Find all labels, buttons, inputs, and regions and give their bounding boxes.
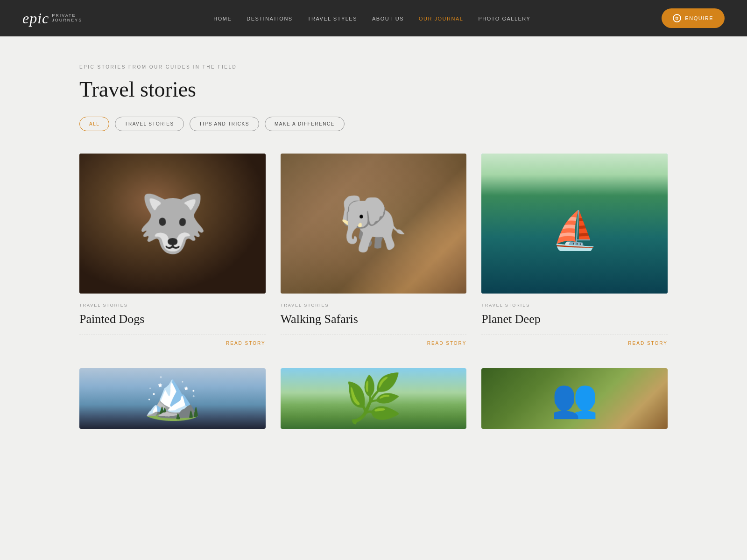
nav-link-about-us[interactable]: ABOUT US: [372, 16, 404, 21]
walking-safaris-image: [281, 154, 467, 294]
logo[interactable]: epic PRIVATE JOURNEYS: [22, 10, 82, 27]
nav-item-about-us[interactable]: ABOUT US: [372, 14, 404, 22]
nav-links: HOME DESTINATIONS TRAVEL STYLES ABOUT US…: [213, 14, 530, 22]
read-story-painted-dogs[interactable]: READ STORY: [79, 341, 266, 346]
filter-buttons: ALL TRAVEL STORIES TIPS AND TRICKS MAKE …: [79, 117, 668, 131]
nav-item-photo-gallery[interactable]: PHOTO GALLERY: [478, 14, 530, 22]
story-image-walking-safaris: [281, 154, 467, 294]
story-image-bottom-2: [281, 368, 467, 429]
nav-item-travel-styles[interactable]: TRAVEL STYLES: [308, 14, 357, 22]
story-image-planet-deep: [481, 154, 668, 294]
story-image-bottom-1: [79, 368, 266, 429]
story-card-painted-dogs[interactable]: TRAVEL STORIES Painted Dogs READ STORY: [79, 154, 266, 346]
nav-link-our-journal[interactable]: OUR JOURNAL: [419, 16, 463, 21]
filter-travel-stories[interactable]: TRAVEL STORIES: [115, 117, 183, 131]
story-divider-walking-safaris: [281, 335, 467, 335]
bottom-3-image: [481, 368, 668, 429]
story-card-walking-safaris[interactable]: TRAVEL STORIES Walking Safaris READ STOR…: [281, 154, 467, 346]
story-title-painted-dogs: Painted Dogs: [79, 312, 266, 326]
story-title-walking-safaris: Walking Safaris: [281, 312, 467, 326]
story-card-bottom-2[interactable]: [281, 368, 467, 438]
story-card-bottom-1[interactable]: [79, 368, 266, 438]
section-eyebrow: EPIC STORIES FROM OUR GUIDES IN THE FIEL…: [79, 64, 668, 70]
enquire-label: ENQUIRE: [685, 15, 713, 21]
filter-make-a-difference[interactable]: MAKE A DIFFERENCE: [265, 117, 345, 131]
story-image-bottom-3: [481, 368, 668, 429]
bottom-1-image: [79, 368, 266, 429]
painted-dogs-image: [79, 154, 266, 294]
story-category-walking-safaris: TRAVEL STORIES: [281, 303, 467, 308]
enquire-icon: ✿: [673, 14, 681, 22]
nav-link-travel-styles[interactable]: TRAVEL STYLES: [308, 16, 357, 21]
nav-link-photo-gallery[interactable]: PHOTO GALLERY: [478, 16, 530, 21]
story-category-painted-dogs: TRAVEL STORIES: [79, 303, 266, 308]
story-divider-painted-dogs: [79, 335, 266, 335]
read-story-walking-safaris[interactable]: READ STORY: [281, 341, 467, 346]
story-title-planet-deep: Planet Deep: [481, 312, 668, 326]
nav-item-destinations[interactable]: DESTINATIONS: [247, 14, 292, 22]
story-category-planet-deep: TRAVEL STORIES: [481, 303, 668, 308]
story-card-planet-deep[interactable]: TRAVEL STORIES Planet Deep READ STORY: [481, 154, 668, 346]
logo-epic-text: epic: [22, 10, 49, 27]
read-story-planet-deep[interactable]: READ STORY: [481, 341, 668, 346]
nav-item-home[interactable]: HOME: [213, 14, 232, 22]
stories-grid-bottom: [79, 368, 668, 438]
filter-all[interactable]: ALL: [79, 117, 109, 131]
filter-tips-and-tricks[interactable]: TIPS AND TRICKS: [190, 117, 259, 131]
enquire-button[interactable]: ✿ ENQUIRE: [662, 8, 725, 28]
nav-link-home[interactable]: HOME: [213, 16, 232, 21]
planet-deep-image: [481, 154, 668, 294]
nav-link-destinations[interactable]: DESTINATIONS: [247, 16, 292, 21]
nav-item-our-journal[interactable]: OUR JOURNAL: [419, 14, 463, 22]
story-image-painted-dogs: [79, 154, 266, 294]
page-title: Travel stories: [79, 77, 668, 102]
bottom-2-image: [281, 368, 467, 429]
main-content: EPIC STORIES FROM OUR GUIDES IN THE FIEL…: [0, 36, 747, 466]
stories-grid: TRAVEL STORIES Painted Dogs READ STORY T…: [79, 154, 668, 346]
logo-tagline: PRIVATE JOURNEYS: [52, 14, 82, 23]
story-divider-planet-deep: [481, 335, 668, 335]
story-card-bottom-3[interactable]: [481, 368, 668, 438]
navigation: epic PRIVATE JOURNEYS HOME DESTINATIONS …: [0, 0, 747, 36]
